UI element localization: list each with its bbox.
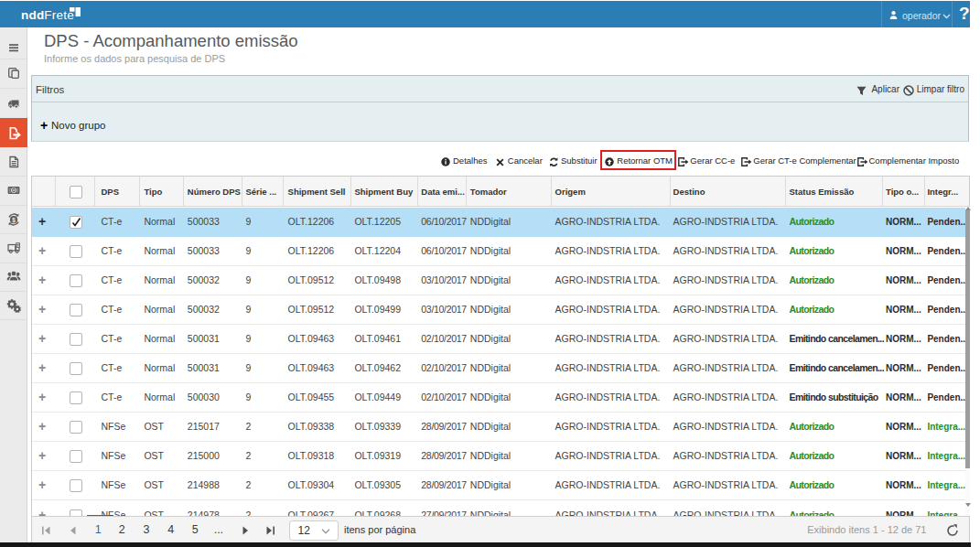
svg-text:$: $ bbox=[12, 216, 16, 223]
